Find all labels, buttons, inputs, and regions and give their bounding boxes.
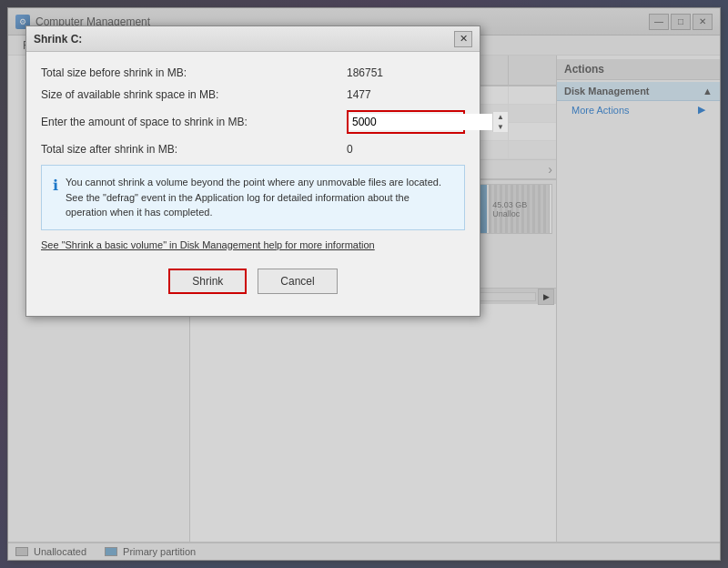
shrink-amount-input[interactable] — [349, 114, 492, 130]
spin-buttons: ▲ ▼ — [492, 112, 508, 132]
cancel-button[interactable]: Cancel — [258, 269, 337, 294]
label-enter-amount: Enter the amount of space to shrink in M… — [41, 116, 347, 128]
shrink-amount-input-wrap: ▲ ▼ — [347, 110, 465, 134]
dialog-row-enter-amount: Enter the amount of space to shrink in M… — [41, 110, 465, 134]
dialog-title-bar: Shrink C: ✕ — [26, 26, 480, 52]
dialog-row-total-after: Total size after shrink in MB: 0 — [41, 143, 465, 156]
info-box: ℹ You cannot shrink a volume beyond the … — [41, 165, 465, 230]
dialog-title: Shrink C: — [34, 33, 82, 46]
dialog-close-button[interactable]: ✕ — [454, 31, 472, 47]
spin-up-button[interactable]: ▲ — [493, 112, 508, 122]
label-total-after: Total size after shrink in MB: — [41, 143, 347, 156]
dialog-row-total-before: Total size before shrink in MB: 186751 — [41, 66, 465, 79]
shrink-dialog: Shrink C: ✕ Total size before shrink in … — [25, 25, 480, 317]
help-link[interactable]: See "Shrink a basic volume" in Disk Mana… — [41, 239, 465, 250]
dialog-overlay: Shrink C: ✕ Total size before shrink in … — [0, 0, 728, 568]
dialog-row-available: Size of available shrink space in MB: 14… — [41, 88, 465, 101]
spin-down-button[interactable]: ▼ — [493, 122, 508, 132]
value-total-before: 186751 — [347, 66, 465, 79]
info-icon: ℹ — [53, 175, 58, 220]
info-text: You cannot shrink a volume beyond the po… — [66, 175, 453, 220]
value-available: 1477 — [347, 88, 465, 101]
shrink-button[interactable]: Shrink — [168, 269, 247, 294]
value-total-after: 0 — [347, 143, 465, 156]
dialog-buttons: Shrink Cancel — [41, 261, 465, 301]
label-available: Size of available shrink space in MB: — [41, 88, 347, 101]
dialog-body: Total size before shrink in MB: 186751 S… — [26, 52, 480, 316]
label-total-before: Total size before shrink in MB: — [41, 66, 347, 79]
